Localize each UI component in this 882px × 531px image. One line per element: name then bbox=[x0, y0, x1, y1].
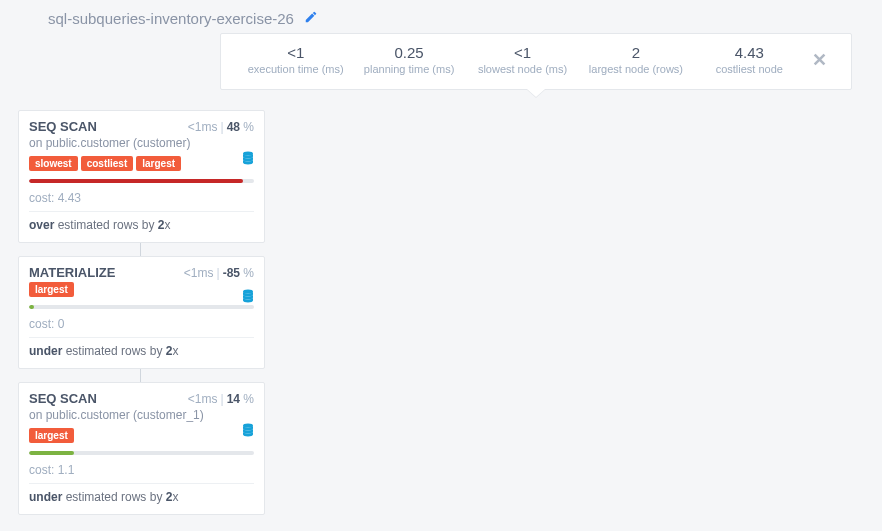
node-estimate: over estimated rows by 2x bbox=[29, 218, 254, 232]
page-title: sql-subqueries-inventory-exercise-26 bbox=[48, 10, 294, 27]
node-timing: <1ms|48 % bbox=[188, 120, 254, 134]
metric-costliest-node: 4.43 costliest node bbox=[693, 44, 806, 75]
node-estimate: under estimated rows by 2x bbox=[29, 344, 254, 358]
database-icon bbox=[242, 423, 254, 440]
progress-bar bbox=[29, 451, 254, 455]
plan-tree: SEQ SCAN <1ms|48 % on public.customer (c… bbox=[18, 110, 265, 515]
tree-connector bbox=[140, 369, 141, 382]
node-cost: cost: 1.1 bbox=[29, 463, 254, 484]
svg-point-2 bbox=[243, 424, 253, 428]
badge: costliest bbox=[81, 156, 134, 171]
node-type: SEQ SCAN bbox=[29, 119, 97, 134]
node-badges: largest bbox=[29, 282, 254, 297]
title-bar: sql-subqueries-inventory-exercise-26 bbox=[0, 0, 882, 33]
node-type: MATERIALIZE bbox=[29, 265, 115, 280]
node-relation: on public.customer (customer) bbox=[29, 136, 254, 150]
metric-slowest-node: <1 slowest node (ms) bbox=[466, 44, 579, 75]
metric-execution-time: <1 execution time (ms) bbox=[239, 44, 352, 75]
progress-bar bbox=[29, 305, 254, 309]
tree-connector bbox=[140, 243, 141, 256]
node-timing: <1ms|-85 % bbox=[184, 266, 254, 280]
node-type: SEQ SCAN bbox=[29, 391, 97, 406]
badge: largest bbox=[136, 156, 181, 171]
badge: largest bbox=[29, 428, 74, 443]
node-estimate: under estimated rows by 2x bbox=[29, 490, 254, 504]
svg-point-1 bbox=[243, 290, 253, 294]
plan-node[interactable]: SEQ SCAN <1ms|48 % on public.customer (c… bbox=[18, 110, 265, 243]
node-timing: <1ms|14 % bbox=[188, 392, 254, 406]
stats-bar: <1 execution time (ms) 0.25 planning tim… bbox=[220, 33, 852, 90]
metric-largest-node: 2 largest node (rows) bbox=[579, 44, 692, 75]
metric-planning-time: 0.25 planning time (ms) bbox=[352, 44, 465, 75]
database-icon bbox=[242, 151, 254, 168]
node-cost: cost: 0 bbox=[29, 317, 254, 338]
database-icon bbox=[242, 289, 254, 306]
node-badges: slowest costliest largest bbox=[29, 156, 254, 171]
node-relation: on public.customer (customer_1) bbox=[29, 408, 254, 422]
node-cost: cost: 4.43 bbox=[29, 191, 254, 212]
badge: largest bbox=[29, 282, 74, 297]
arrow-down-icon bbox=[526, 89, 546, 98]
progress-bar bbox=[29, 179, 254, 183]
close-icon[interactable]: ✕ bbox=[806, 49, 833, 71]
badge: slowest bbox=[29, 156, 78, 171]
svg-point-0 bbox=[243, 152, 253, 156]
edit-icon[interactable] bbox=[304, 10, 318, 27]
plan-node[interactable]: SEQ SCAN <1ms|14 % on public.customer (c… bbox=[18, 382, 265, 515]
plan-node[interactable]: MATERIALIZE <1ms|-85 % largest cost: 0 u… bbox=[18, 256, 265, 369]
node-badges: largest bbox=[29, 428, 254, 443]
